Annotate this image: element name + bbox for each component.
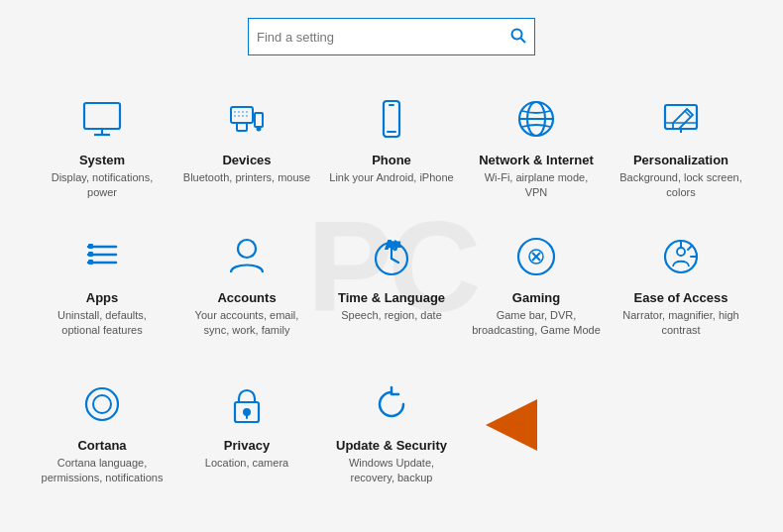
search-icon bbox=[510, 28, 526, 47]
settings-bottom-row: Cortana Cortana language, permissions, n… bbox=[0, 361, 783, 498]
time-desc: Speech, region, date bbox=[341, 308, 442, 323]
network-name: Network & Internet bbox=[479, 153, 594, 167]
arrow-indicator bbox=[486, 399, 537, 451]
arrow-shape bbox=[486, 399, 537, 451]
update-icon bbox=[366, 378, 417, 430]
svg-rect-7 bbox=[255, 113, 263, 127]
setting-time[interactable]: A 字 Time & Language Speech, region, date bbox=[319, 213, 464, 351]
devices-icon bbox=[221, 93, 273, 145]
svg-point-45 bbox=[677, 248, 685, 256]
svg-rect-33 bbox=[88, 260, 93, 265]
update-desc: Windows Update, recovery, backup bbox=[327, 456, 456, 486]
system-desc: Display, notifications, power bbox=[38, 170, 167, 201]
devices-name: Devices bbox=[222, 153, 271, 167]
personalization-icon bbox=[655, 93, 707, 145]
apps-icon bbox=[76, 231, 128, 282]
network-desc: Wi-Fi, airplane mode, VPN bbox=[472, 170, 601, 201]
ease-icon bbox=[655, 231, 707, 282]
setting-privacy[interactable]: Privacy Location, camera bbox=[174, 361, 319, 498]
privacy-desc: Location, camera bbox=[205, 456, 288, 471]
setting-system[interactable]: System Display, notifications, power bbox=[30, 75, 174, 213]
search-container bbox=[0, 0, 783, 65]
setting-gaming[interactable]: Gaming Game bar, DVR, broadcasting, Game… bbox=[464, 213, 609, 351]
apps-desc: Uninstall, defaults, optional features bbox=[38, 308, 167, 339]
accounts-icon bbox=[221, 231, 273, 282]
gaming-desc: Game bar, DVR, broadcasting, Game Mode bbox=[472, 308, 601, 339]
setting-phone[interactable]: Phone Link your Android, iPhone bbox=[319, 75, 464, 213]
privacy-name: Privacy bbox=[224, 438, 270, 453]
cortana-name: Cortana bbox=[77, 438, 126, 453]
setting-ease[interactable]: Ease of Access Narrator, magnifier, high… bbox=[609, 213, 753, 351]
setting-devices[interactable]: Devices Bluetooth, printers, mouse bbox=[174, 75, 319, 213]
network-icon bbox=[510, 93, 562, 145]
svg-rect-32 bbox=[88, 252, 93, 257]
ease-name: Ease of Access bbox=[634, 290, 728, 305]
svg-point-0 bbox=[512, 29, 522, 39]
ease-desc: Narrator, magnifier, high contrast bbox=[616, 308, 745, 339]
update-name: Update & Security bbox=[336, 438, 447, 453]
system-icon bbox=[76, 93, 128, 145]
svg-line-1 bbox=[521, 38, 526, 43]
settings-grid: System Display, notifications, power Dev… bbox=[0, 65, 783, 361]
cortana-desc: Cortana language, permissions, notificat… bbox=[38, 456, 167, 486]
setting-network[interactable]: Network & Internet Wi-Fi, airplane mode,… bbox=[464, 75, 609, 213]
personalization-name: Personalization bbox=[633, 153, 728, 167]
accounts-desc: Your accounts, email, sync, work, family bbox=[182, 308, 311, 339]
setting-accounts[interactable]: Accounts Your accounts, email, sync, wor… bbox=[174, 213, 319, 351]
svg-point-47 bbox=[93, 395, 111, 413]
svg-point-34 bbox=[238, 240, 256, 258]
phone-name: Phone bbox=[372, 153, 411, 167]
svg-rect-6 bbox=[237, 123, 247, 131]
gaming-name: Gaming bbox=[512, 290, 560, 305]
svg-rect-2 bbox=[84, 103, 120, 129]
svg-point-46 bbox=[86, 388, 118, 420]
svg-rect-31 bbox=[88, 244, 93, 249]
svg-line-37 bbox=[392, 259, 398, 263]
personalization-desc: Background, lock screen, colors bbox=[616, 170, 745, 201]
system-name: System bbox=[79, 153, 125, 167]
time-icon: A 字 bbox=[366, 231, 417, 282]
setting-personalization[interactable]: Personalization Background, lock screen,… bbox=[609, 75, 753, 213]
svg-text:字: 字 bbox=[392, 241, 400, 251]
setting-apps[interactable]: Apps Uninstall, defaults, optional featu… bbox=[30, 213, 174, 351]
search-box[interactable] bbox=[248, 18, 535, 55]
empty-cell-2 bbox=[609, 361, 753, 498]
phone-desc: Link your Android, iPhone bbox=[329, 170, 453, 185]
setting-cortana[interactable]: Cortana Cortana language, permissions, n… bbox=[30, 361, 174, 498]
cortana-icon bbox=[76, 378, 128, 430]
search-input[interactable] bbox=[257, 30, 510, 45]
gaming-icon bbox=[510, 231, 562, 282]
devices-desc: Bluetooth, printers, mouse bbox=[183, 170, 310, 185]
setting-update[interactable]: Update & Security Windows Update, recove… bbox=[319, 361, 464, 498]
accounts-name: Accounts bbox=[217, 290, 276, 305]
apps-name: Apps bbox=[86, 290, 119, 305]
time-name: Time & Language bbox=[338, 290, 445, 305]
phone-icon bbox=[366, 93, 417, 145]
privacy-icon bbox=[221, 378, 273, 430]
svg-rect-5 bbox=[231, 107, 253, 123]
svg-point-8 bbox=[258, 128, 261, 131]
